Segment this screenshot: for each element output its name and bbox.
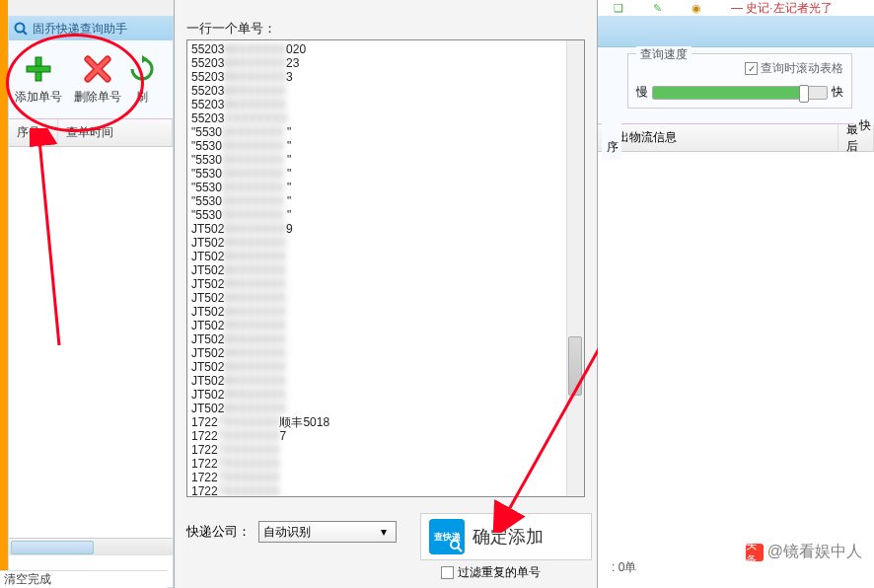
tracking-line: JT5029XXXXXXX [191,319,580,332]
tracking-line: "55303XXXXXXX " [191,208,580,222]
grid-area[interactable] [9,147,173,538]
slow-label: 慢 [636,84,648,101]
fast-label: 快 [832,84,843,101]
tracking-line: "55303XXXXXXX " [191,153,580,167]
speed-slider[interactable] [652,86,828,100]
tracking-line: JT5029XXXXXXX [191,388,580,402]
lookup-icon: 查快递 [429,519,465,554]
tracking-line: 552038XXXXXXX020 [191,42,580,56]
title-bar: 固乔快递查询助手 [9,17,173,40]
v-scroll-thumb[interactable] [568,336,582,396]
rp-col-last[interactable]: 最后 [838,124,874,151]
scroll-checkbox[interactable]: ✓ [745,62,758,75]
tracking-line: "55303XXXXXXX " [191,125,580,139]
filter-label: 过滤重复的单号 [458,564,541,581]
app-title: 固乔快递查询助手 [33,21,127,37]
add-label: 添加单号 [15,89,62,106]
tracking-line: 55203XXXXXXXX [191,111,580,125]
delete-label: 删除单号 [74,89,121,106]
col-time[interactable]: 查单时间 [58,119,173,146]
tracking-line: 17227XXXXXXX [191,443,580,457]
h-scrollbar[interactable] [9,538,173,555]
company-row: 快递公司： 自动识别 ▾ [186,521,397,543]
tracking-line: 552038XXXXXXX [191,98,580,111]
tracking-line: 17227XXXXXXX [191,484,580,497]
col-seq[interactable]: 序号 [9,119,58,146]
refresh-icon [127,53,157,85]
tracking-line: 17227XXXXXXX [191,457,580,471]
speed-title: 查询速度 [636,46,692,63]
tracking-line: 552038XXXXXXX23 [191,56,580,70]
toutiao-icon: 头条 [746,544,764,561]
tracking-line: JT5029XXXXXXX [191,250,580,263]
tracking-line: 17227XXXXXXX [191,471,580,484]
main-app-window: 固乔快递查询助手 添加单号 删除单号 刷 序号 查单时间 [8,16,174,588]
refresh-button-partial[interactable]: 刷 [127,40,157,118]
svg-rect-3 [27,66,50,72]
tracking-line: "55303XXXXXXX " [191,194,580,208]
status-bar: 清空完成 [0,570,168,588]
toolbar: 添加单号 删除单号 刷 [9,40,173,119]
filter-checkbox[interactable] [441,566,454,579]
watermark-text: @镜看娱中人 [767,542,862,562]
delete-tracking-button[interactable]: 删除单号 [68,40,127,118]
tracking-line: JT5029XXXXXXX [191,360,580,374]
confirm-label: 确定添加 [473,525,544,549]
scroll-check-row: ✓ 查询时滚动表格 [745,60,843,77]
chevron-down-icon: ▾ [376,525,392,539]
tracking-line: JT5029XXXXXXX [191,332,580,346]
rp-right-btn-top[interactable]: 快 [854,95,874,124]
rp-titlebar [598,16,874,47]
tracking-line: JT5029XXXXXXX [191,263,580,277]
tracking-line: JT5029XXXXXXX [191,402,580,415]
h-scroll-thumb[interactable] [11,541,94,554]
rp-col-logistics[interactable]: 发出物流信息 [598,124,838,151]
left-edge-strip [0,0,8,588]
confirm-add-button[interactable]: 查快递 确定添加 [420,513,592,560]
tracking-line: JT5029XXXXXXX9 [191,222,580,236]
tracking-line: 17227XXXXXXX7 [191,429,580,443]
v-scrollbar[interactable] [566,40,584,496]
add-dialog: 一行一个单号： 552038XXXXXXX020552038XXXXXXX235… [174,0,598,588]
textarea-label: 一行一个单号： [186,20,276,37]
slider-thumb[interactable] [799,85,809,103]
filter-row: 过滤重复的单号 [441,564,541,581]
svg-point-0 [16,24,25,33]
tracking-line: JT5029XXXXXXX [191,236,580,250]
tracking-line: JT5029XXXXXXX [191,305,580,319]
refresh-label: 刷 [136,89,148,106]
tracking-line: JT5029XXXXXXX [191,346,580,360]
rp-toolbar: 序 查询速度 ✓ 查询时滚动表格 慢 快 快 [598,47,874,124]
svg-point-5 [451,541,459,549]
add-tracking-button[interactable]: 添加单号 [9,40,68,118]
rp-left-btn[interactable]: 序 [602,101,621,160]
speed-slider-row: 慢 快 [636,84,843,101]
tracking-line: 552038XXXXXXX3 [191,70,580,84]
tracking-line: 552038XXXXXXX [191,84,580,98]
svg-line-6 [458,548,462,551]
tracking-line: "55303XXXXXXX " [191,167,580,181]
tracking-textarea[interactable]: 552038XXXXXXX020552038XXXXXXX23552038XXX… [186,39,585,497]
rp-top-icons: ❑ ✎ ◉ — 史记·左记者光了 [598,0,874,16]
tracking-line: JT5029XXXXXXX [191,291,580,305]
tracking-line: "55303XXXXXXX " [191,181,580,194]
rp-grid[interactable] [598,152,874,547]
tracking-line: "55303XXXXXXX " [191,139,580,153]
rp-column-headers: 发出物流信息 最后 [598,124,874,152]
svg-line-1 [24,32,28,36]
company-value: 自动识别 [263,524,311,541]
app-logo-icon [13,21,29,37]
speed-groupbox: 查询速度 ✓ 查询时滚动表格 慢 快 [627,53,852,109]
company-label: 快递公司： [186,523,251,541]
tracking-line: JT5029XXXXXXX [191,374,580,388]
tracking-line: 17227XXXXXXX顺丰5018 [191,415,580,429]
watermark: 头条 @镜看娱中人 [746,542,862,562]
column-headers: 序号 查单时间 [9,119,173,147]
company-select[interactable]: 自动识别 ▾ [258,521,397,543]
right-panel: ❑ ✎ ◉ — 史记·左记者光了 序 查询速度 ✓ 查询时滚动表格 慢 快 快 … [598,0,874,588]
plus-icon [23,53,54,85]
rp-status: : 0单 [612,559,636,576]
tracking-line: JT5029XXXXXXX [191,277,580,291]
scroll-check-label: 查询时滚动表格 [761,60,843,77]
x-icon [82,53,113,85]
